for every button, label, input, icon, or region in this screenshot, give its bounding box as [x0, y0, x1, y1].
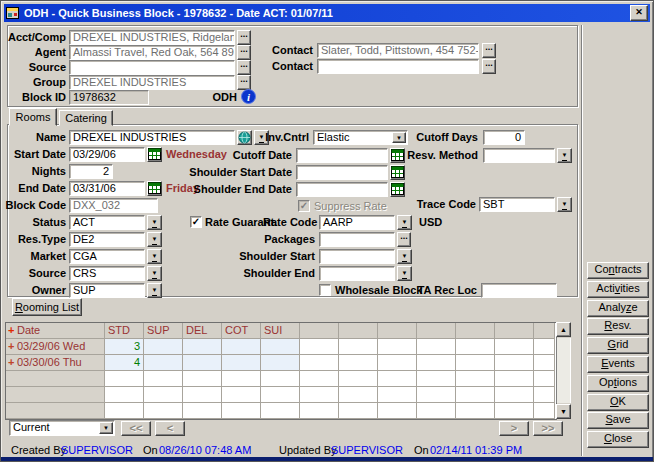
packages-field[interactable]	[319, 232, 395, 247]
grid-cell-empty[interactable]	[339, 371, 378, 387]
cutoff-date-field[interactable]	[296, 148, 388, 163]
grid-cell-empty[interactable]	[261, 403, 300, 419]
grid-cell-empty[interactable]	[300, 355, 339, 371]
grid-cell-empty[interactable]	[495, 339, 534, 355]
shoulder-start-dropdown-button[interactable]: ▼	[397, 249, 412, 264]
grid-cell-empty[interactable]	[300, 403, 339, 419]
res-type-dropdown-button[interactable]: ▼	[147, 232, 162, 247]
grid-cell-empty[interactable]	[456, 371, 495, 387]
info-icon[interactable]: i	[241, 89, 256, 104]
grid-view-combobox[interactable]: Current ▼	[9, 420, 115, 436]
end-date-calendar-button[interactable]	[147, 181, 162, 196]
shoulder-end-calendar-button[interactable]	[390, 182, 405, 197]
grid-cell-std[interactable]: 3	[105, 339, 144, 355]
grid-cell-empty[interactable]	[456, 339, 495, 355]
group-lookup-button[interactable]: ...	[237, 75, 251, 90]
grid-cell-empty[interactable]	[339, 355, 378, 371]
res-type-field[interactable]: DE2	[69, 232, 145, 247]
status-dropdown-button[interactable]: ▼	[147, 215, 162, 230]
analyze-button[interactable]: Analyze	[587, 300, 649, 317]
start-date-field[interactable]: 03/29/06	[69, 147, 145, 162]
block-code-field[interactable]: DXX_032	[69, 198, 158, 213]
grid-cell-sui[interactable]	[261, 339, 300, 355]
grid-cell-empty[interactable]	[183, 371, 222, 387]
rate-code-dropdown-button[interactable]: ▼	[397, 215, 412, 230]
owner-field[interactable]: SUP	[69, 283, 145, 298]
room-block-grid[interactable]: +DateSTDSUPDELCOTSUI+03/29/06 Wed3+03/30…	[5, 322, 557, 420]
grid-cell-empty[interactable]	[144, 371, 183, 387]
grid-cell-cot[interactable]	[222, 355, 261, 371]
grid-cell-empty[interactable]	[417, 387, 456, 403]
grid-cell-empty[interactable]	[300, 339, 339, 355]
grid-cell-sup[interactable]	[144, 339, 183, 355]
rate-guarant-checkbox[interactable]: ✓	[190, 216, 202, 228]
grid-cell-empty[interactable]	[222, 371, 261, 387]
resv-method-dropdown-button[interactable]: ▼	[557, 148, 572, 163]
grid-cell-empty[interactable]	[261, 387, 300, 403]
grid-cell-empty[interactable]	[339, 387, 378, 403]
ta-rec-loc-field[interactable]	[481, 283, 557, 298]
source-lookup-button[interactable]: ...	[237, 60, 251, 75]
resv-method-field[interactable]	[483, 148, 555, 163]
trace-code-field[interactable]: SBT	[479, 197, 555, 212]
cutoff-days-field[interactable]: 0	[483, 130, 525, 145]
activities-button[interactable]: Activities	[587, 281, 649, 298]
grid-cell-empty[interactable]	[495, 371, 534, 387]
name-field[interactable]: DREXEL INDUSTRIES	[69, 130, 235, 145]
grid-cell-empty[interactable]	[378, 371, 417, 387]
grid-cell-empty[interactable]	[417, 403, 456, 419]
shoulder-end-field[interactable]	[319, 266, 395, 281]
rate-code-field[interactable]: AARP	[319, 215, 395, 230]
grid-cell-empty[interactable]	[300, 371, 339, 387]
grid-cell-del[interactable]	[183, 339, 222, 355]
group-field[interactable]: DREXEL INDUSTRIES	[69, 75, 235, 90]
tab-catering[interactable]: Catering	[59, 110, 113, 126]
contact1-field[interactable]: Slater, Todd, Pittstown, 454 752-0885	[317, 43, 479, 58]
resv-button[interactable]: Resv.	[587, 318, 649, 335]
market-dropdown-button[interactable]: ▼	[147, 249, 162, 264]
grid-cell-empty[interactable]	[105, 403, 144, 419]
vertical-scrollbar-track[interactable]	[556, 338, 571, 403]
grid-cell-empty[interactable]	[105, 371, 144, 387]
agent-lookup-button[interactable]: ...	[237, 45, 251, 60]
acct-comp-field[interactable]: DREXEL INDUSTRIES, Ridgeland, 564 52	[69, 30, 235, 45]
grid-cell-empty[interactable]	[495, 387, 534, 403]
combo-arrow-icon[interactable]: ▼	[99, 422, 113, 434]
shoulder-end-date-field[interactable]	[296, 182, 388, 197]
grid-cell-empty[interactable]	[378, 355, 417, 371]
events-button[interactable]: Events	[587, 356, 649, 373]
contracts-button[interactable]: Contracts	[587, 262, 649, 279]
grid-cell-empty[interactable]	[378, 339, 417, 355]
rooming-list-button[interactable]: Rooming List	[12, 298, 82, 316]
market-field[interactable]: CGA	[69, 249, 145, 264]
grid-cell-empty[interactable]	[378, 403, 417, 419]
shoulder-start-calendar-button[interactable]	[390, 165, 405, 180]
grid-cell-empty[interactable]	[495, 355, 534, 371]
title-bar[interactable]: ODH - Quick Business Block - 1978632 - D…	[4, 4, 650, 22]
first-page-button[interactable]: <<	[121, 421, 151, 436]
grid-cell-empty[interactable]	[144, 403, 183, 419]
grid-cell-sui[interactable]	[261, 355, 300, 371]
shoulder-start-date-field[interactable]	[296, 165, 388, 180]
grid-cell-empty[interactable]	[339, 403, 378, 419]
last-page-button[interactable]: >>	[533, 421, 563, 436]
nights-field[interactable]: 2	[69, 164, 113, 179]
save-button[interactable]: Save	[587, 412, 649, 429]
grid-cell-empty[interactable]	[456, 387, 495, 403]
end-date-field[interactable]: 03/31/06	[69, 181, 145, 196]
grid-cell-empty[interactable]	[144, 387, 183, 403]
grid-cell-empty[interactable]	[417, 371, 456, 387]
grid-cell-empty[interactable]	[417, 355, 456, 371]
shoulder-start-field[interactable]	[319, 249, 395, 264]
contact1-lookup-button[interactable]: ...	[482, 43, 496, 58]
ok-button[interactable]: OK	[587, 394, 649, 411]
grid-cell-empty[interactable]	[300, 387, 339, 403]
grid-cell-empty[interactable]	[339, 339, 378, 355]
grid-cell-std[interactable]: 4	[105, 355, 144, 371]
options-button[interactable]: Options	[587, 375, 649, 392]
source-dropdown-button[interactable]: ▼	[147, 266, 162, 281]
grid-button[interactable]: Grid	[587, 337, 649, 354]
packages-lookup-button[interactable]: ...	[397, 232, 411, 247]
agent-field[interactable]: Almassi Travel, Red Oak, 564 895-7954	[69, 45, 235, 60]
owner-dropdown-button[interactable]: ▼	[147, 283, 162, 298]
